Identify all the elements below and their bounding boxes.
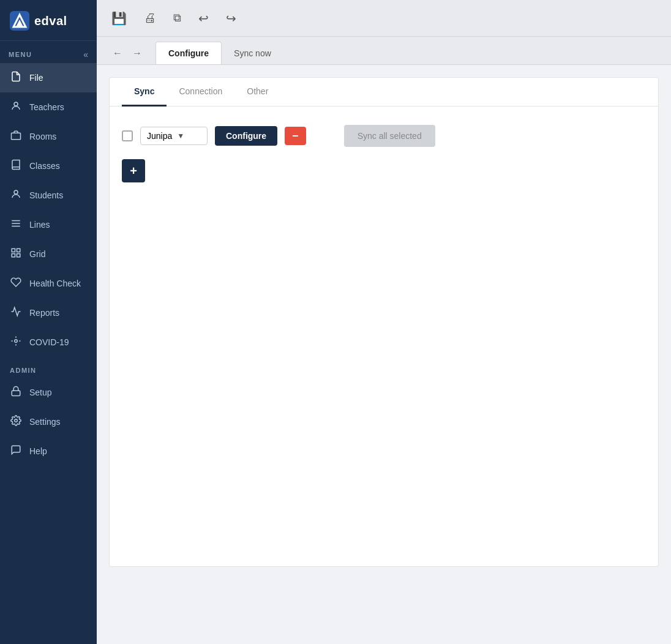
tab-other[interactable]: Other [234,78,280,107]
sidebar-item-label-setup: Setup [29,388,52,397]
tab-sync[interactable]: Sync [122,78,167,107]
logo-icon [10,11,29,31]
svg-point-19 [15,419,18,422]
menu-label: MENU [9,51,32,58]
sidebar-item-label-teachers: Teachers [29,102,64,112]
sync-checkbox[interactable] [122,130,133,141]
add-button[interactable]: + [122,159,145,182]
svg-rect-12 [12,254,15,257]
sidebar-nav: File Teachers Rooms Classes Students Lin… [0,63,97,644]
sidebar-item-rooms[interactable]: Rooms [0,122,97,151]
sidebar-item-reports[interactable]: Reports [0,298,97,328]
print-icon[interactable]: 🖨 [141,9,159,28]
sidebar-item-grid[interactable]: Grid [0,239,97,269]
save-icon[interactable]: 💾 [109,9,129,28]
back-arrow[interactable]: ← [109,45,126,61]
lines-icon [10,218,22,231]
svg-rect-10 [17,249,20,252]
configure-button[interactable]: Configure [215,126,277,146]
brand-name: edval [34,14,67,28]
tab-sync-now[interactable]: Sync now [222,42,283,64]
provider-dropdown[interactable]: Junipa ▼ [140,127,208,145]
provider-value: Junipa [147,131,172,141]
logo-area: edval [0,0,97,41]
sidebar-item-label-classes: Classes [29,161,60,171]
sidebar-item-label-lines: Lines [29,220,50,230]
sync-row: Junipa ▼ Configure − Sync all selected [122,125,646,147]
students-icon [10,189,22,202]
undo-icon[interactable]: ↩ [196,9,211,28]
svg-point-5 [14,190,18,194]
sidebar-item-label-help: Help [29,446,47,456]
forward-arrow[interactable]: → [129,45,146,61]
sync-all-button[interactable]: Sync all selected [344,125,435,147]
health-check-icon [10,277,22,290]
sidebar-item-label-health-check: Health Check [29,279,81,288]
sidebar-item-label-students: Students [29,190,63,200]
help-icon [10,444,22,458]
svg-rect-18 [12,391,20,395]
classes-icon [10,159,22,173]
main-area: 💾 🖨 ⧉ ↩ ↪ ← → Configure Sync now Sync Co… [97,0,671,644]
sidebar-item-label-settings: Settings [29,417,61,427]
inner-tabs: Sync Connection Other [110,78,658,107]
tab-connection[interactable]: Connection [167,78,234,107]
sidebar-item-file[interactable]: File [0,63,97,92]
dropdown-arrow-icon: ▼ [177,132,184,140]
toolbar: 💾 🖨 ⧉ ↩ ↪ [97,0,671,37]
main-card: Sync Connection Other Junipa ▼ Configure… [109,77,659,567]
menu-header: MENU « [0,41,97,63]
reports-icon [10,306,22,320]
sidebar-item-health-check[interactable]: Health Check [0,269,97,298]
redo-icon[interactable]: ↪ [223,9,239,28]
remove-button[interactable]: − [285,127,306,145]
sync-content: Junipa ▼ Configure − Sync all selected + [110,107,658,201]
sidebar: edval MENU « File Teachers Rooms Classes… [0,0,97,644]
sidebar-item-teachers[interactable]: Teachers [0,92,97,122]
sidebar-item-covid19[interactable]: COVID-19 [0,328,97,357]
tab-configure[interactable]: Configure [156,42,222,64]
content-area: Sync Connection Other Junipa ▼ Configure… [97,65,671,644]
sidebar-item-label-grid: Grid [29,249,45,259]
svg-rect-11 [17,254,20,257]
sidebar-item-label-reports: Reports [29,308,59,318]
nav-arrows: ← → [109,45,146,61]
svg-rect-9 [12,249,15,252]
sidebar-item-settings[interactable]: Settings [0,407,97,436]
file-icon [10,71,22,84]
sidebar-item-help[interactable]: Help [0,436,97,466]
collapse-icon[interactable]: « [83,50,88,59]
teachers-icon [10,100,22,114]
svg-rect-4 [12,133,21,140]
sidebar-item-lines[interactable]: Lines [0,210,97,239]
page-nav-bar: ← → Configure Sync now [97,37,671,65]
sidebar-item-classes[interactable]: Classes [0,151,97,181]
covid19-icon [10,335,22,349]
sidebar-item-setup[interactable]: Setup [0,378,97,407]
sidebar-item-label-covid19: COVID-19 [29,337,69,347]
setup-icon [10,386,22,399]
sidebar-item-students[interactable]: Students [0,181,97,210]
rooms-icon [10,130,22,143]
sidebar-item-label-file: File [29,73,43,83]
copy-icon[interactable]: ⧉ [171,9,184,27]
admin-label: ADMIN [0,357,97,378]
grid-icon [10,247,22,261]
svg-point-13 [15,340,18,343]
settings-icon [10,415,22,429]
sidebar-item-label-rooms: Rooms [29,132,56,141]
svg-point-3 [14,102,18,106]
